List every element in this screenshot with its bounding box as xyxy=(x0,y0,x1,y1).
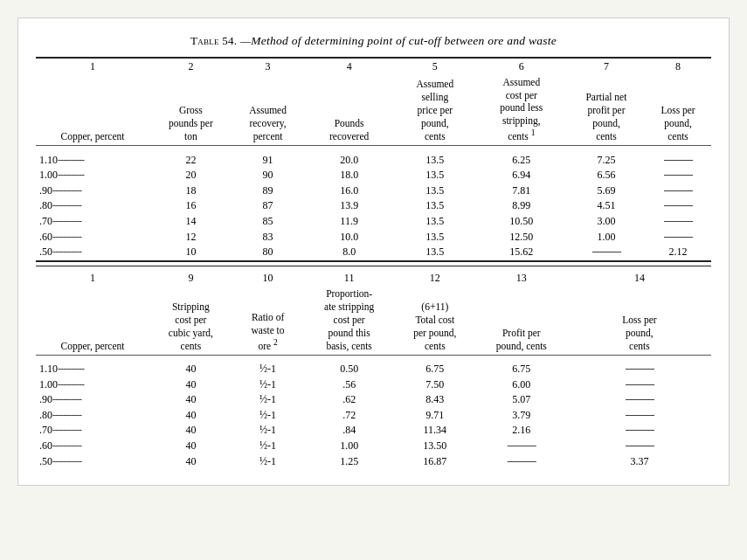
pounds-4: 13.9 xyxy=(303,198,395,214)
table-label: Table 54. xyxy=(190,34,237,47)
s2-total-1: 6.75 xyxy=(395,362,475,377)
s2-col-num-10: 10 xyxy=(232,270,304,286)
s2-header-profit: Profit perpound, cents xyxy=(475,286,568,355)
table-row: .50----------- 10 80 8.0 13.5 15.62 ----… xyxy=(36,245,711,261)
s2-profit-4: 3.79 xyxy=(475,408,568,424)
gross-7: 10 xyxy=(149,245,232,261)
loss-4: ----------- xyxy=(645,198,711,214)
table-row: .70----------- 14 85 11.9 13.5 10.50 3.0… xyxy=(36,214,711,230)
s2-strip-7: 40 xyxy=(149,454,232,470)
copper-5: .70----------- xyxy=(36,214,149,230)
s2-header-ratio: Ratio ofwaste toore 2 xyxy=(232,286,304,355)
table-row: 1.00---------- 20 90 18.0 13.5 6.94 6.56… xyxy=(36,168,711,183)
table-row: 1.00---------- 40 ½-1 .56 7.50 6.00 ----… xyxy=(36,377,711,393)
table-subtitle: —Method of determining point of cut-off … xyxy=(240,34,557,47)
s2-header-prop-stripping: Proportion-ate strippingcost perpound th… xyxy=(303,286,395,355)
price-3: 13.5 xyxy=(395,183,475,199)
s2-copper-6: .60----------- xyxy=(36,439,149,454)
table-row: .50----------- 40 ½-1 1.25 16.87 -------… xyxy=(36,454,711,470)
s2-loss-6: ----------- xyxy=(568,439,711,454)
col-num-6: 6 xyxy=(475,58,568,74)
s2-col-num-14: 14 xyxy=(568,270,711,286)
section1-col-headers: Copper, percent Grosspounds perton Assum… xyxy=(36,74,711,146)
table-row: 1.10---------- 40 ½-1 0.50 6.75 6.75 ---… xyxy=(36,362,711,377)
profit-4: 4.51 xyxy=(568,198,645,214)
header-selling-price: Assumedsellingprice perpound,cents xyxy=(395,74,475,146)
header-cost-per-pound: Assumedcost perpound lessstripping,cents… xyxy=(475,74,568,146)
s2-loss-7: 3.37 xyxy=(568,454,711,470)
loss-5: ----------- xyxy=(645,214,711,230)
s2-profit-1: 6.75 xyxy=(475,362,568,377)
recovery-1: 91 xyxy=(232,153,304,169)
s2-total-2: 7.50 xyxy=(395,377,475,393)
loss-3: ----------- xyxy=(645,183,711,199)
s2-ratio-7: ½-1 xyxy=(232,454,304,470)
copper-2: 1.00---------- xyxy=(36,168,149,183)
table-row: .60----------- 12 83 10.0 13.5 12.50 1.0… xyxy=(36,230,711,245)
profit-3: 5.69 xyxy=(568,183,645,199)
section2-col-headers: Copper, percent Strippingcost percubic y… xyxy=(36,286,711,355)
gross-3: 18 xyxy=(149,183,232,199)
s2-prop-5: .84 xyxy=(303,423,395,439)
pounds-2: 18.0 xyxy=(303,168,395,183)
recovery-2: 90 xyxy=(232,168,304,183)
cost-6: 12.50 xyxy=(475,230,568,245)
s2-ratio-4: ½-1 xyxy=(232,408,304,424)
table-row: .70----------- 40 ½-1 .84 11.34 2.16 ---… xyxy=(36,423,711,439)
s2-col-num-9: 9 xyxy=(149,270,232,286)
price-4: 13.5 xyxy=(395,198,475,214)
cost-7: 15.62 xyxy=(475,245,568,261)
s2-header-loss: Loss perpound,cents xyxy=(568,286,711,355)
s2-col-num-11: 11 xyxy=(303,270,395,286)
gross-6: 12 xyxy=(149,230,232,245)
pounds-7: 8.0 xyxy=(303,245,395,261)
s2-strip-5: 40 xyxy=(149,423,232,439)
s2-copper-1: 1.10---------- xyxy=(36,362,149,377)
s2-loss-3: ----------- xyxy=(568,392,711,408)
s2-prop-7: 1.25 xyxy=(303,454,395,470)
cost-3: 7.81 xyxy=(475,183,568,199)
cost-2: 6.94 xyxy=(475,168,568,183)
s2-copper-2: 1.00---------- xyxy=(36,377,149,393)
s2-prop-4: .72 xyxy=(303,408,395,424)
s2-profit-5: 2.16 xyxy=(475,423,568,439)
profit-5: 3.00 xyxy=(568,214,645,230)
recovery-7: 80 xyxy=(232,245,304,261)
s2-profit-7: ----------- xyxy=(475,454,568,470)
price-1: 13.5 xyxy=(395,153,475,169)
header-loss1: Loss perpound,cents xyxy=(645,74,711,146)
table-row: .90----------- 18 89 16.0 13.5 7.81 5.69… xyxy=(36,183,711,199)
col-num-8: 8 xyxy=(645,58,711,74)
table-row: .80----------- 16 87 13.9 13.5 8.99 4.51… xyxy=(36,198,711,214)
col-num-7: 7 xyxy=(568,58,645,74)
copper-4: .80----------- xyxy=(36,198,149,214)
price-2: 13.5 xyxy=(395,168,475,183)
loss-2: ----------- xyxy=(645,168,711,183)
s2-total-4: 9.71 xyxy=(395,408,475,424)
pounds-1: 20.0 xyxy=(303,153,395,169)
section1-gap xyxy=(36,146,711,153)
recovery-5: 85 xyxy=(232,214,304,230)
header-pounds-recovered: Poundsrecovered xyxy=(303,74,395,146)
s2-prop-6: 1.00 xyxy=(303,439,395,454)
gross-4: 16 xyxy=(149,198,232,214)
col-num-1: 1 xyxy=(36,58,149,74)
s2-header-stripping: Strippingcost percubic yard,cents xyxy=(149,286,232,355)
loss-7: 2.12 xyxy=(645,245,711,261)
s2-total-5: 11.34 xyxy=(395,423,475,439)
s2-profit-3: 5.07 xyxy=(475,392,568,408)
profit-1: 7.25 xyxy=(568,153,645,169)
header-partial-net: Partial netprofit perpound,cents xyxy=(568,74,645,146)
s2-copper-3: .90----------- xyxy=(36,392,149,408)
s2-ratio-5: ½-1 xyxy=(232,423,304,439)
col-num-4: 4 xyxy=(303,58,395,74)
table-row: .90----------- 40 ½-1 .62 8.43 5.07 ----… xyxy=(36,392,711,408)
s2-strip-4: 40 xyxy=(149,408,232,424)
copper-7: .50----------- xyxy=(36,245,149,261)
profit-6: 1.00 xyxy=(568,230,645,245)
s2-loss-4: ----------- xyxy=(568,408,711,424)
col-num-3: 3 xyxy=(232,58,304,74)
s2-ratio-2: ½-1 xyxy=(232,377,304,393)
gross-2: 20 xyxy=(149,168,232,183)
s2-strip-1: 40 xyxy=(149,362,232,377)
